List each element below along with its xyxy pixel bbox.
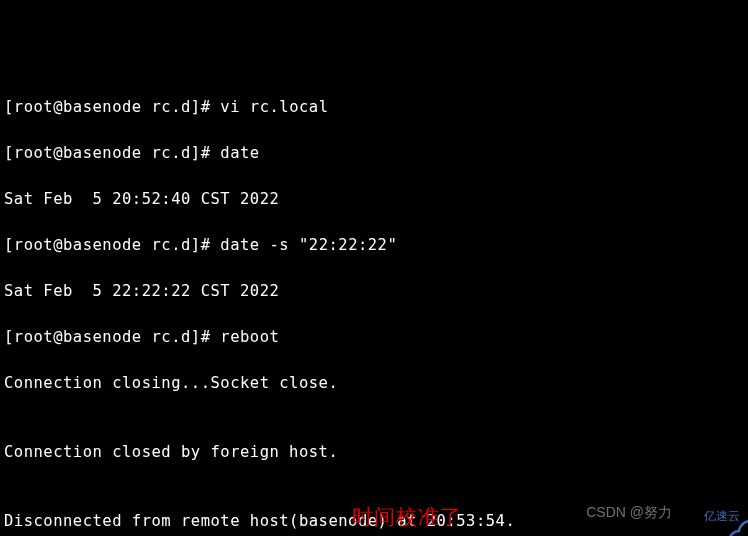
terminal-output: Sat Feb 5 20:52:40 CST 2022 [4, 188, 744, 211]
terminal-output: Sat Feb 5 22:22:22 CST 2022 [4, 280, 744, 303]
terminal-output: Connection closing...Socket close. [4, 372, 744, 395]
command-text: date -s "22:22:22" [220, 236, 397, 254]
terminal-line: [root@basenode rc.d]# vi rc.local [4, 96, 744, 119]
command-text: date [220, 144, 259, 162]
csdn-watermark: CSDN @努力 [586, 501, 672, 524]
cloud-logo-icon: 亿速云 [680, 496, 740, 528]
shell-prompt: [root@basenode rc.d]# [4, 98, 220, 116]
command-text: vi rc.local [220, 98, 328, 116]
shell-prompt: [root@basenode rc.d]# [4, 236, 220, 254]
terminal-output: Connection closed by foreign host. [4, 441, 744, 464]
terminal-line: [root@basenode rc.d]# reboot [4, 326, 744, 349]
shell-prompt: [root@basenode rc.d]# [4, 328, 220, 346]
terminal-line: [root@basenode rc.d]# date -s "22:22:22" [4, 234, 744, 257]
terminal-line: [root@basenode rc.d]# date [4, 142, 744, 165]
shell-prompt: [root@basenode rc.d]# [4, 144, 220, 162]
brand-text: 亿速云 [704, 505, 740, 528]
annotation-text: 时间校准了 [352, 505, 462, 528]
command-text: reboot [220, 328, 279, 346]
watermark-area: CSDN @努力 亿速云 [586, 496, 740, 528]
